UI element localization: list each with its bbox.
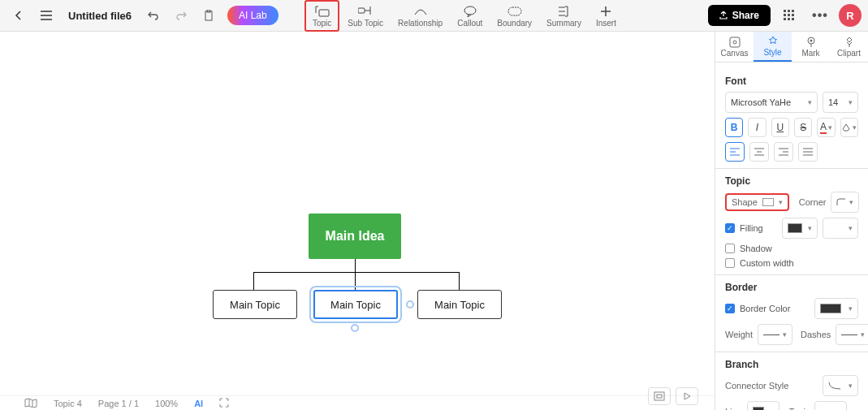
canvas[interactable]: Main Idea Main Topic Main Topic Main Top… [0,32,715,410]
section-font-title: Font [725,76,858,87]
svg-rect-7 [792,14,794,16]
tab-clipart[interactable]: Clipart [830,32,868,62]
ai-lab-button[interactable]: AI Lab [227,6,279,25]
fit-button[interactable] [648,387,671,405]
canvas-icon [729,37,741,48]
map-icon[interactable] [24,398,37,409]
connector [355,259,356,272]
svg-rect-5 [784,14,786,16]
tab-style[interactable]: Style [754,32,792,62]
clipart-icon [844,37,855,48]
insert-toolbar: Topic Sub Topic Relationship Callout Bou… [304,0,623,32]
summary-icon [559,5,570,18]
font-size-select[interactable]: 14▾ [823,92,858,113]
tool-insert[interactable]: Insert [589,0,623,32]
tool-subtopic[interactable]: Sub Topic [341,0,390,32]
filling-checkbox[interactable]: ✓ [725,223,735,233]
apps-grid-button[interactable] [777,3,801,28]
node-handle[interactable] [406,300,414,309]
more-button[interactable]: ••• [808,3,832,28]
tab-canvas[interactable]: Canvas [715,32,754,62]
right-panel: Canvas Style Mark Clipart Font Microsoft… [715,32,868,410]
tool-boundary[interactable]: Boundary [490,0,538,32]
bold-button[interactable]: B [725,118,743,137]
align-justify-button[interactable] [798,142,818,162]
svg-rect-6 [788,14,790,16]
svg-rect-11 [319,10,329,16]
tool-topic[interactable]: Topic [304,0,339,32]
custom-width-checkbox[interactable] [725,258,735,268]
align-right-button[interactable] [774,142,793,162]
tab-mark[interactable]: Mark [792,32,830,62]
tool-callout[interactable]: Callout [451,0,489,32]
section-branch-title: Branch [725,359,858,370]
status-topic: Topic 4 [54,399,82,408]
node-topic-2-selected[interactable]: Main Topic [313,290,398,319]
border-color-select[interactable]: ▾ [814,298,858,319]
fullscreen-icon[interactable] [219,398,229,409]
connector [355,272,356,290]
shadow-checkbox[interactable] [725,244,735,253]
panel-tabs: Canvas Style Mark Clipart [715,32,868,63]
subtopic-icon [358,5,373,18]
clipboard-button[interactable] [196,3,221,28]
underline-button[interactable]: U [771,118,789,137]
filling-style-select[interactable]: ▾ [823,218,858,239]
node-handle[interactable] [351,324,359,332]
font-family-select[interactable]: Microsoft YaHe▾ [725,92,818,113]
insert-icon [600,5,611,18]
boundary-icon [507,5,522,18]
line-color-select[interactable]: ▾ [747,401,779,410]
svg-rect-4 [792,10,794,12]
redo-button[interactable] [169,3,193,28]
status-bar: Topic 4 Page 1 / 1 100% AI [0,395,715,410]
connector [253,272,254,290]
node-topic-1[interactable]: Main Topic [213,290,297,319]
corner-select[interactable]: ▾ [831,192,859,213]
strike-button[interactable]: S [794,118,812,137]
tool-relationship[interactable]: Relationship [391,0,449,32]
italic-button[interactable]: I [748,118,766,137]
back-button[interactable] [6,3,31,28]
connector [253,272,459,273]
node-topic-3[interactable]: Main Topic [417,290,502,319]
svg-point-23 [810,39,812,41]
avatar[interactable]: R [839,4,862,27]
svg-rect-25 [657,395,662,398]
svg-rect-14 [508,7,521,15]
dashes-select[interactable]: ▾ [836,324,868,345]
share-button[interactable]: Share [708,5,771,26]
connector [459,272,460,290]
align-left-button[interactable] [725,142,745,162]
status-page: Page 1 / 1 [98,399,139,408]
file-name[interactable]: Untitled file6 [62,10,138,22]
svg-rect-10 [792,18,794,20]
tool-summary[interactable]: Summary [540,0,588,32]
connector-style-select[interactable]: ▾ [823,375,858,396]
filling-color-select[interactable]: ▾ [782,218,818,239]
svg-rect-0 [205,11,212,20]
menu-button[interactable] [34,3,58,28]
highlight-icon [841,123,851,132]
highlight-button[interactable]: ▾ [840,118,858,137]
topic-icon [315,5,330,18]
svg-point-21 [733,41,736,44]
branch-topic-select[interactable]: ▾ [814,401,847,410]
section-topic-title: Topic [725,175,858,187]
status-zoom[interactable]: 100% [155,399,178,408]
svg-rect-12 [358,8,365,13]
weight-select[interactable]: ▾ [758,324,792,345]
font-color-button[interactable]: A▾ [817,118,835,137]
border-color-checkbox[interactable]: ✓ [725,304,735,313]
svg-rect-24 [654,392,664,400]
svg-rect-2 [784,10,786,12]
style-icon [767,36,779,47]
align-center-button[interactable] [749,142,769,162]
svg-rect-8 [784,18,786,20]
undo-button[interactable] [141,3,166,28]
shape-select-highlighted[interactable]: Shape ▾ [725,193,789,211]
node-main-idea[interactable]: Main Idea [309,214,401,259]
present-button[interactable] [676,387,698,405]
relationship-icon [413,5,428,18]
status-ai[interactable]: AI [194,399,203,408]
